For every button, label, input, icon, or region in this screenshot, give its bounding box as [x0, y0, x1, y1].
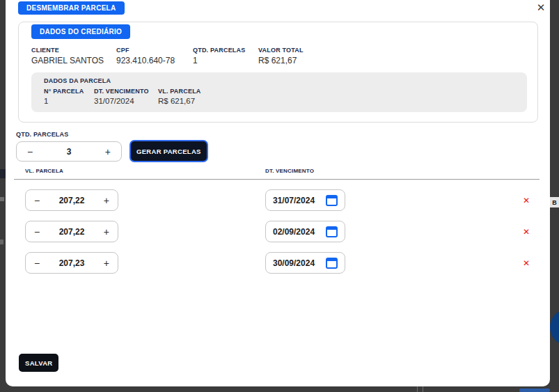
field-value: 31/07/2024	[94, 97, 149, 105]
installments-header-vl-parcela: VL. PARCELA	[25, 168, 63, 174]
installment-value-stepper[interactable]: − 207,22 +	[25, 189, 118, 211]
screen: B DESMEMBRAR PARCELA ✕ DADOS DO CREDIÁRI…	[0, 0, 559, 392]
background-cell-fragment: B	[550, 197, 559, 207]
calendar-icon[interactable]	[326, 258, 338, 269]
background-table-band	[0, 169, 6, 178]
due-date-value: 30/09/2024	[273, 258, 315, 268]
desmembrar-parcela-modal: DESMEMBRAR PARCELA ✕ DADOS DO CREDIÁRIO …	[6, 0, 550, 386]
installment-value-stepper[interactable]: − 207,22 +	[25, 221, 118, 242]
gerar-parcelas-button[interactable]: GERAR PARCELAS	[129, 140, 208, 162]
plus-button[interactable]: +	[104, 196, 109, 205]
installment-row: − 207,22 + 02/09/2024 ✕	[6, 221, 550, 242]
delete-row-button[interactable]: ✕	[521, 221, 532, 242]
installment-row: − 207,22 + 31/07/2024 ✕	[6, 189, 550, 211]
field-label: VL. PARCELA	[158, 88, 201, 95]
due-date-input[interactable]: 02/09/2024	[265, 221, 345, 242]
background-table-border	[417, 386, 418, 392]
crediario-badge: DADOS DO CREDIÁRIO	[31, 24, 130, 39]
field-value: 1	[44, 97, 84, 105]
qtd-parcelas-label: QTD. PARCELAS	[16, 131, 68, 138]
installment-value-stepper[interactable]: − 207,23 +	[25, 252, 118, 274]
field-label: CLIENTE	[31, 47, 104, 54]
field-cliente: CLIENTE GABRIEL SANTOS	[31, 47, 104, 65]
calendar-icon[interactable]	[326, 226, 338, 237]
calendar-icon[interactable]	[326, 195, 338, 206]
field-label: VALOR TOTAL	[258, 47, 304, 54]
field-value: R$ 621,67	[158, 97, 201, 105]
field-qtd-parcelas: QTD. PARCELAS 1	[193, 47, 245, 65]
background-text-fragment	[0, 197, 4, 201]
delete-row-button[interactable]: ✕	[521, 189, 532, 211]
minus-button[interactable]: −	[34, 227, 40, 237]
parcela-panel: DADOS DA PARCELA N° PARCELA 1 DT. VENCIM…	[31, 72, 527, 112]
field-label: DT. VENCIMENTO	[94, 88, 149, 95]
plus-button[interactable]: +	[105, 147, 111, 157]
minus-button[interactable]: −	[34, 196, 40, 205]
installments-header-dt-vencimento: DT. VENCIMENTO	[265, 168, 314, 174]
background-link-fragment	[519, 389, 550, 392]
background-text-fragment	[0, 240, 3, 244]
qtd-stepper-value[interactable]: 3	[67, 147, 72, 157]
due-date-value: 31/07/2024	[273, 196, 315, 205]
due-date-input[interactable]: 30/09/2024	[265, 252, 345, 274]
field-cpf: CPF 923.410.640-78	[116, 47, 175, 65]
field-value: GABRIEL SANTOS	[31, 56, 104, 65]
field-valor-total: VALOR TOTAL R$ 621,67	[258, 47, 304, 65]
field-label: CPF	[116, 47, 175, 54]
installment-value[interactable]: 207,22	[59, 227, 85, 237]
field-label: N° PARCELA	[44, 88, 84, 95]
field-label: QTD. PARCELAS	[193, 47, 245, 54]
parcela-panel-title: DADOS DA PARCELA	[44, 77, 111, 84]
minus-button[interactable]: −	[27, 147, 33, 157]
crediario-card: DADOS DO CREDIÁRIO CLIENTE GABRIEL SANTO…	[18, 22, 538, 123]
field-value: 1	[193, 56, 245, 65]
background-table-border	[423, 386, 423, 392]
field-dt-vencimento: DT. VENCIMENTO 31/07/2024	[94, 88, 149, 105]
salvar-button[interactable]: SALVAR	[19, 354, 58, 372]
due-date-input[interactable]: 31/07/2024	[265, 189, 345, 211]
desmembrar-parcela-button[interactable]: DESMEMBRAR PARCELA	[18, 1, 125, 15]
plus-button[interactable]: +	[104, 227, 109, 237]
delete-row-button[interactable]: ✕	[521, 252, 532, 274]
field-vl-parcela: VL. PARCELA R$ 621,67	[158, 88, 201, 105]
header-divider	[14, 179, 540, 180]
close-icon[interactable]: ✕	[535, 1, 547, 14]
field-n-parcela: N° PARCELA 1	[44, 88, 84, 105]
installment-row: − 207,23 + 30/09/2024 ✕	[6, 252, 550, 274]
installment-value[interactable]: 207,23	[59, 258, 85, 268]
background-fab-button	[550, 309, 559, 345]
minus-button[interactable]: −	[34, 258, 40, 268]
field-value: 923.410.640-78	[116, 56, 175, 65]
qtd-parcelas-stepper[interactable]: − 3 +	[16, 141, 122, 162]
field-value: R$ 621,67	[258, 56, 304, 65]
plus-button[interactable]: +	[104, 258, 109, 268]
due-date-value: 02/09/2024	[273, 227, 315, 237]
installment-value[interactable]: 207,22	[59, 196, 85, 205]
